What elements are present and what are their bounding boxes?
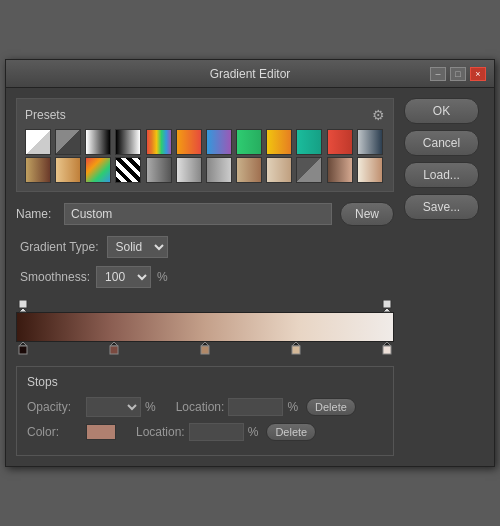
- smoothness-row: Smoothness: 100 75 50 25 0 %: [16, 266, 394, 288]
- smoothness-unit: %: [157, 270, 168, 284]
- preset-item-8[interactable]: [236, 129, 262, 155]
- preset-item-24[interactable]: [357, 157, 383, 183]
- preset-item-1[interactable]: [25, 129, 51, 155]
- presets-gear-icon[interactable]: ⚙: [372, 107, 385, 123]
- svg-marker-10: [292, 342, 300, 346]
- preset-item-22[interactable]: [296, 157, 322, 183]
- preset-item-23[interactable]: [327, 157, 353, 183]
- svg-rect-13: [383, 346, 391, 354]
- name-input[interactable]: [64, 203, 332, 225]
- presets-header: Presets ⚙: [25, 107, 385, 123]
- gradient-bar-container: [16, 298, 394, 358]
- main-content: Presets ⚙ Name: New Gradient Type: Solid…: [6, 88, 494, 466]
- opacity-location-input[interactable]: [228, 398, 283, 416]
- preset-item-13[interactable]: [25, 157, 51, 183]
- color-location-label: Location:: [136, 425, 185, 439]
- close-button[interactable]: ×: [470, 67, 486, 81]
- save-button[interactable]: Save...: [404, 194, 479, 220]
- color-label: Color:: [27, 425, 82, 439]
- bottom-stops: [16, 342, 394, 358]
- stops-section: Stops Opacity: % Location: % Delete Colo…: [16, 366, 394, 456]
- opacity-location-label: Location:: [176, 400, 225, 414]
- ok-button[interactable]: OK: [404, 98, 479, 124]
- svg-marker-12: [383, 342, 391, 346]
- color-location-unit: %: [248, 425, 259, 439]
- new-button[interactable]: New: [340, 202, 394, 226]
- title-bar-controls: – □ ×: [430, 67, 486, 81]
- opacity-unit: %: [145, 400, 156, 414]
- svg-marker-4: [19, 342, 27, 346]
- preset-item-9[interactable]: [266, 129, 292, 155]
- minimize-button[interactable]: –: [430, 67, 446, 81]
- svg-marker-1: [19, 308, 27, 312]
- svg-marker-6: [110, 342, 118, 346]
- svg-rect-2: [383, 300, 391, 308]
- svg-rect-0: [19, 300, 27, 308]
- preset-item-15[interactable]: [85, 157, 111, 183]
- preset-item-4[interactable]: [115, 129, 141, 155]
- gradient-editor-window: Gradient Editor – □ × Presets ⚙ Name: N: [5, 59, 495, 467]
- opacity-delete-button[interactable]: Delete: [306, 398, 356, 416]
- color-location-input[interactable]: [189, 423, 244, 441]
- title-bar: Gradient Editor – □ ×: [6, 60, 494, 88]
- name-row: Name: New: [16, 202, 394, 226]
- gradient-type-label: Gradient Type:: [20, 240, 99, 254]
- cancel-button[interactable]: Cancel: [404, 130, 479, 156]
- preset-item-19[interactable]: [206, 157, 232, 183]
- top-stop-right[interactable]: [382, 300, 392, 312]
- bottom-stop-4[interactable]: [291, 342, 301, 356]
- opacity-input[interactable]: [86, 397, 141, 417]
- stops-title: Stops: [27, 375, 383, 389]
- bottom-stop-1[interactable]: [18, 342, 28, 356]
- svg-rect-11: [292, 346, 300, 354]
- smoothness-input[interactable]: 100 75 50 25 0: [96, 266, 151, 288]
- preset-item-12[interactable]: [357, 129, 383, 155]
- preset-item-21[interactable]: [266, 157, 292, 183]
- color-delete-button[interactable]: Delete: [266, 423, 316, 441]
- gradient-bar[interactable]: [16, 312, 394, 342]
- main-panel: Presets ⚙ Name: New Gradient Type: Solid…: [16, 98, 394, 456]
- preset-item-20[interactable]: [236, 157, 262, 183]
- top-stop-left[interactable]: [18, 300, 28, 312]
- preset-item-14[interactable]: [55, 157, 81, 183]
- preset-item-5[interactable]: [146, 129, 172, 155]
- bottom-stop-2[interactable]: [109, 342, 119, 356]
- window-title: Gradient Editor: [70, 67, 430, 81]
- maximize-button[interactable]: □: [450, 67, 466, 81]
- opacity-location-unit: %: [287, 400, 298, 414]
- side-panel: OK Cancel Load... Save...: [404, 98, 484, 456]
- preset-item-6[interactable]: [176, 129, 202, 155]
- preset-item-2[interactable]: [55, 129, 81, 155]
- preset-item-18[interactable]: [176, 157, 202, 183]
- color-swatch[interactable]: [86, 424, 116, 440]
- preset-item-11[interactable]: [327, 129, 353, 155]
- presets-box: Presets ⚙: [16, 98, 394, 192]
- preset-item-16[interactable]: [115, 157, 141, 183]
- svg-marker-8: [201, 342, 209, 346]
- presets-grid: [25, 129, 385, 183]
- bottom-stop-5[interactable]: [382, 342, 392, 356]
- smoothness-label: Smoothness:: [20, 270, 90, 284]
- presets-label-text: Presets: [25, 108, 66, 122]
- preset-item-17[interactable]: [146, 157, 172, 183]
- svg-rect-9: [201, 346, 209, 354]
- preset-item-3[interactable]: [85, 129, 111, 155]
- preset-item-7[interactable]: [206, 129, 232, 155]
- opacity-label: Opacity:: [27, 400, 82, 414]
- gradient-type-dropdown[interactable]: Solid Noise: [107, 236, 168, 258]
- load-button[interactable]: Load...: [404, 162, 479, 188]
- svg-rect-7: [110, 346, 118, 354]
- top-stops: [16, 298, 394, 312]
- gradient-type-row: Gradient Type: Solid Noise: [16, 236, 394, 258]
- color-stop-row: Color: Location: % Delete: [27, 423, 383, 441]
- bottom-stop-3[interactable]: [200, 342, 210, 356]
- name-label: Name:: [16, 207, 56, 221]
- preset-item-10[interactable]: [296, 129, 322, 155]
- svg-rect-5: [19, 346, 27, 354]
- svg-marker-3: [383, 308, 391, 312]
- opacity-stop-row: Opacity: % Location: % Delete: [27, 397, 383, 417]
